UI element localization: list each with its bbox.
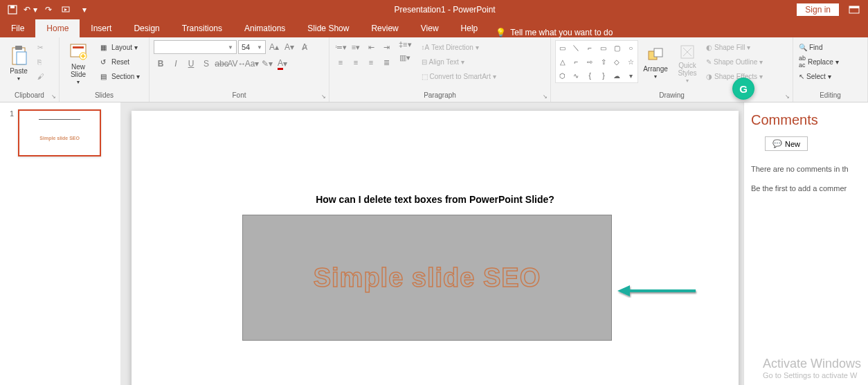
shape-oval-icon[interactable]: ○ bbox=[624, 41, 638, 55]
font-color-button[interactable]: A▾ bbox=[275, 57, 289, 71]
shape-star-icon[interactable]: ☆ bbox=[624, 55, 638, 69]
arrange-button[interactable]: Arrange▼ bbox=[641, 40, 670, 86]
align-center-button[interactable]: ≡ bbox=[349, 55, 363, 69]
tab-review[interactable]: Review bbox=[360, 19, 409, 37]
activate-windows-watermark: Activate Windows Go to Settings to activ… bbox=[763, 357, 861, 379]
paste-button[interactable]: Paste ▼ bbox=[4, 40, 33, 86]
select-button[interactable]: ↖ Select ▾ bbox=[797, 69, 840, 83]
drawing-launcher[interactable]: ↘ bbox=[783, 92, 791, 100]
grammarly-icon[interactable]: G bbox=[732, 78, 754, 100]
justify-button[interactable]: ≣ bbox=[379, 55, 393, 69]
shape-arrow-icon[interactable]: ⇨ bbox=[583, 55, 597, 69]
shape-lline-icon[interactable]: ⌐ bbox=[583, 41, 597, 55]
line-spacing-button[interactable]: ‡≡▾ bbox=[399, 40, 412, 49]
increase-indent-button[interactable]: ⇥ bbox=[379, 40, 393, 54]
slide-canvas-area[interactable]: How can I delete text boxes from PowerPo… bbox=[121, 102, 743, 385]
arrange-icon bbox=[647, 47, 664, 64]
tab-view[interactable]: View bbox=[410, 19, 450, 37]
char-spacing-button[interactable]: AV↔ bbox=[230, 57, 244, 71]
tab-transitions[interactable]: Transitions bbox=[171, 19, 233, 37]
tab-design[interactable]: Design bbox=[123, 19, 170, 37]
underline-button[interactable]: U bbox=[184, 57, 198, 71]
italic-button[interactable]: I bbox=[169, 57, 183, 71]
shape-callout-icon[interactable]: ☁ bbox=[611, 69, 624, 82]
shape-diamond-icon[interactable]: ◇ bbox=[611, 55, 624, 69]
shape-uparrow-icon[interactable]: ⇧ bbox=[597, 55, 611, 69]
group-font: ▼ 54▼ A▴ A▾ A̷ B I U S abc AV↔ Aa▾ ✎▾ A▾… bbox=[150, 37, 329, 102]
qat-more-icon[interactable]: ▾ bbox=[76, 1, 93, 18]
reset-button[interactable]: ↺Reset bbox=[96, 55, 141, 69]
font-size-combo[interactable]: 54▼ bbox=[238, 40, 266, 54]
align-right-button[interactable]: ≡ bbox=[364, 55, 378, 69]
decrease-font-icon[interactable]: A▾ bbox=[282, 40, 296, 54]
shape-fill-button[interactable]: ◐ Shape Fill ▾ bbox=[705, 40, 764, 54]
convert-smartart-button[interactable]: ⬚ Convert to SmartArt ▾ bbox=[420, 69, 498, 83]
shadow-button[interactable]: S bbox=[199, 57, 213, 71]
shapes-gallery[interactable]: ▭＼⌐▭▢○ △⌐⇨⇧◇☆ ⬡∿{}☁▾ bbox=[555, 40, 638, 83]
cut-button[interactable]: ✂ bbox=[36, 40, 46, 54]
new-slide-button[interactable]: New Slide ▼ bbox=[64, 40, 93, 86]
reset-icon: ↺ bbox=[97, 55, 109, 68]
svg-rect-7 bbox=[17, 52, 26, 64]
decrease-indent-button[interactable]: ⇤ bbox=[364, 40, 378, 54]
find-button[interactable]: 🔍 Find bbox=[797, 40, 840, 54]
tab-insert[interactable]: Insert bbox=[80, 19, 123, 37]
svg-rect-4 bbox=[849, 6, 859, 8]
shape-triangle-icon[interactable]: △ bbox=[556, 55, 570, 69]
shape-rect-icon[interactable]: ▭ bbox=[597, 41, 611, 55]
shapes-more-icon[interactable]: ▾ bbox=[624, 69, 638, 82]
highlight-button[interactable]: ✎▾ bbox=[260, 57, 274, 71]
shape-curve-icon[interactable]: ∿ bbox=[570, 69, 584, 82]
columns-button[interactable]: ▥▾ bbox=[399, 53, 412, 62]
tab-help[interactable]: Help bbox=[450, 19, 489, 37]
slide-thumbnail-1[interactable]: Simple slide SEO bbox=[18, 109, 101, 156]
new-comment-button[interactable]: 💬New bbox=[765, 136, 808, 151]
tab-animations[interactable]: Animations bbox=[233, 19, 296, 37]
shape-textbox-icon[interactable]: ▭ bbox=[556, 41, 570, 55]
sign-in-button[interactable]: Sign in bbox=[797, 3, 839, 16]
group-editing: 🔍 Find abac Replace ▾ ↖ Select ▾ Editing bbox=[793, 37, 868, 102]
layout-button[interactable]: ▦Layout ▾ bbox=[96, 40, 141, 54]
format-painter-button[interactable]: 🖌 bbox=[36, 69, 46, 83]
numbering-button[interactable]: ≡▾ bbox=[349, 40, 363, 54]
tab-file[interactable]: File bbox=[0, 19, 35, 37]
section-button[interactable]: ▤Section ▾ bbox=[96, 69, 141, 83]
strikethrough-button[interactable]: abc bbox=[215, 57, 228, 71]
save-icon[interactable] bbox=[4, 1, 21, 18]
shape-brace-icon[interactable]: { bbox=[583, 69, 597, 82]
clear-formatting-icon[interactable]: A̷ bbox=[298, 40, 311, 54]
comments-empty-msg2: Be the first to add a commer bbox=[751, 184, 861, 192]
align-left-button[interactable]: ≡ bbox=[334, 55, 347, 69]
replace-button[interactable]: abac Replace ▾ bbox=[797, 55, 840, 69]
bullets-button[interactable]: ≔▾ bbox=[334, 40, 347, 54]
tell-me-search[interactable]: 💡 Tell me what you want to do bbox=[489, 28, 620, 37]
group-paragraph: ≔▾ ≡▾ ⇤ ⇥ ≡ ≡ ≡ ≣ ‡≡▾ ▥▾ ↕A Text Directi… bbox=[329, 37, 551, 102]
font-family-combo[interactable]: ▼ bbox=[154, 40, 237, 54]
paragraph-launcher[interactable]: ↘ bbox=[541, 92, 549, 100]
shape-outline-button[interactable]: ✎ Shape Outline ▾ bbox=[705, 55, 764, 69]
group-label-editing: Editing bbox=[797, 91, 863, 100]
shape-hexagon-icon[interactable]: ⬡ bbox=[556, 69, 570, 82]
font-launcher[interactable]: ↘ bbox=[319, 92, 327, 100]
bucket-icon: ◐ bbox=[706, 44, 712, 51]
text-direction-button[interactable]: ↕A Text Direction ▾ bbox=[420, 40, 498, 54]
tab-slideshow[interactable]: Slide Show bbox=[296, 19, 360, 37]
quick-styles-button[interactable]: Quick Styles▼ bbox=[673, 40, 702, 86]
copy-button[interactable]: ⎘ bbox=[36, 55, 46, 69]
start-from-beginning-icon[interactable] bbox=[58, 1, 75, 18]
clipboard-launcher[interactable]: ↘ bbox=[49, 92, 57, 100]
shape-line-icon[interactable]: ＼ bbox=[570, 41, 584, 55]
bold-button[interactable]: B bbox=[154, 57, 168, 71]
change-case-button[interactable]: Aa▾ bbox=[245, 57, 259, 71]
undo-icon[interactable]: ↶ ▾ bbox=[22, 1, 39, 18]
shape-roundrect-icon[interactable]: ▢ bbox=[611, 41, 624, 55]
redo-icon[interactable]: ↷ bbox=[40, 1, 57, 18]
shape-connector-icon[interactable]: ⌐ bbox=[570, 55, 584, 69]
ribbon-display-icon[interactable] bbox=[846, 1, 862, 18]
increase-font-icon[interactable]: A▴ bbox=[267, 40, 281, 54]
slide[interactable]: How can I delete text boxes from PowerPo… bbox=[132, 111, 739, 385]
shape-brace2-icon[interactable]: } bbox=[597, 69, 611, 82]
slide-textbox[interactable]: Simple slide SEO bbox=[242, 215, 612, 341]
align-text-button[interactable]: ⊟ Align Text ▾ bbox=[420, 55, 498, 69]
tab-home[interactable]: Home bbox=[35, 19, 80, 37]
